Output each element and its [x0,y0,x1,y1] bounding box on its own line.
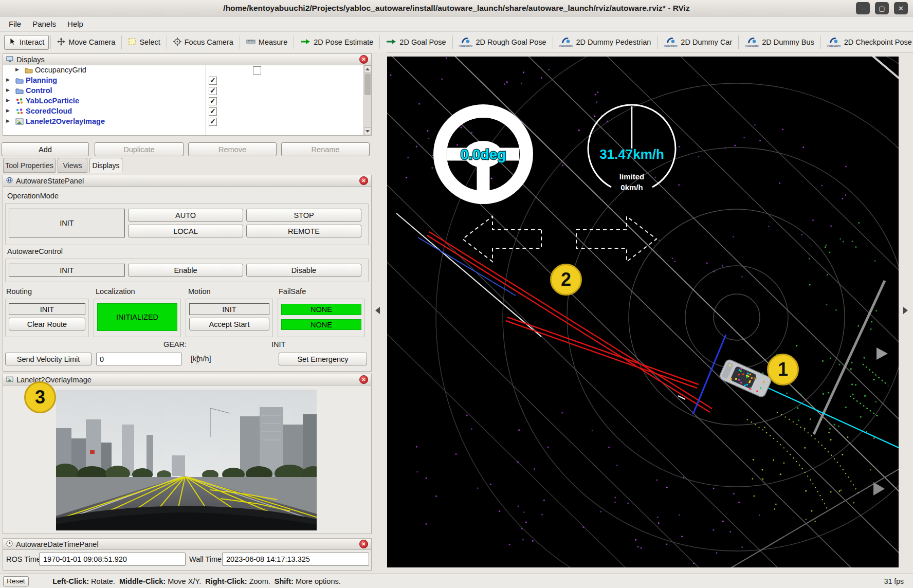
toolbar: Interact Move Camera Select Focus Camera… [0,32,913,53]
tool-2d-checkpoint-pose[interactable]: Autoware 2D Checkpoint Pose [823,34,913,50]
set-emergency-button[interactable]: Set Emergency [279,353,367,365]
ros-time-field[interactable] [39,553,186,566]
state-panel-titlebar[interactable]: AutowareStatePanel ✕ [3,175,371,187]
viewport-canvas[interactable]: 0.0deg 31.47km/h limited 0km/h [387,57,899,567]
titlebar[interactable]: /home/kentoyabuuchi2/Projects/yabloc_aut… [0,0,913,16]
display-checkbox[interactable] [209,118,217,126]
datetime-panel-titlebar[interactable]: AutowareDateTimePanel ✕ [3,539,371,550]
clear-route-button[interactable]: Clear Route [9,318,85,330]
rename-display-button[interactable]: Rename [281,142,370,156]
display-row-control[interactable]: ▶ Control [3,86,363,96]
wall-time-label: Wall Time: [189,555,224,563]
menu-file[interactable]: File [3,17,27,30]
speed-limit-value: 0km/h [620,183,643,192]
expand-arrow-icon[interactable]: ▶ [6,108,10,113]
menubar: File Panels Help [0,16,913,32]
minimize-button[interactable]: – [856,2,870,14]
tool-focus-camera[interactable]: Focus Camera [169,35,238,50]
displays-scrollbar[interactable] [363,65,371,135]
tool-select[interactable]: Select [123,35,165,50]
stop-button[interactable]: STOP [246,209,361,222]
speed-gauge: 31.47km/h limited 0km/h [588,105,675,192]
velocity-limit-spinner[interactable] [96,353,182,365]
splitter-collapse-right-icon[interactable] [903,307,908,314]
mouse-hint-text: Left-Click: Rotate. Middle-Click: Move X… [40,569,341,588]
duplicate-display-button[interactable]: Duplicate [95,142,184,156]
menu-panels[interactable]: Panels [27,17,62,30]
tool-2d-dummy-bus[interactable]: Autoware 2D Dummy Bus [740,34,818,50]
folder-icon [25,67,33,74]
displays-close-icon[interactable]: ✕ [359,55,368,64]
auto-button[interactable]: AUTO [128,209,243,222]
scroll-up-icon[interactable] [364,65,371,73]
tool-2d-rough-goal-pose[interactable]: Autoware 2D Rough Goal Pose [454,34,551,50]
remote-button[interactable]: REMOTE [246,225,361,237]
display-checkbox[interactable] [209,97,217,105]
tab-displays[interactable]: Displays [89,158,122,173]
datetime-panel-close-icon[interactable]: ✕ [359,540,368,548]
scroll-down-icon[interactable] [364,127,371,135]
expand-arrow-icon[interactable]: ▶ [6,77,10,82]
statusbar: Reset Left-Click: Rotate. Middle-Click: … [0,574,913,588]
displays-panel-icon [6,56,13,64]
expand-arrow-icon[interactable]: ▶ [6,98,10,103]
image-panel-icon [6,376,13,384]
tool-2d-goal-pose[interactable]: 2D Goal Pose [381,35,450,49]
window-controls: – ▢ ✕ [856,2,908,14]
expand-arrow-icon[interactable]: ▶ [6,87,10,93]
wall-time-field[interactable] [222,553,369,566]
tool-2d-pose-estimate[interactable]: 2D Pose Estimate [296,35,378,49]
toolbar-separator [240,35,240,49]
add-display-button[interactable]: Add [2,142,89,156]
autoware-icon: Autoware [664,37,678,47]
expand-arrow-icon[interactable]: ▶ [15,67,19,72]
pose-estimate-arrow-icon [300,38,311,46]
tab-tool-properties[interactable]: Tool Properties [3,158,56,173]
reset-button[interactable]: Reset [3,576,29,586]
failsafe-state-2: NONE [281,319,361,330]
display-checkbox[interactable] [209,107,217,116]
tool-move-camera[interactable]: Move Camera [52,35,120,50]
camera-image [56,390,317,530]
tool-interact[interactable]: Interact [4,35,49,50]
tool-2d-dummy-pedestrian[interactable]: Autoware 2D Dummy Pedestrian [555,34,656,50]
overlay-panel-close-icon[interactable]: ✕ [359,375,368,384]
close-button[interactable]: ✕ [894,2,908,14]
display-row-occupancygrid[interactable]: ▶ OccupancyGrid [3,65,363,76]
accept-start-button[interactable]: Accept Start [189,318,269,330]
local-button[interactable]: LOCAL [128,225,243,237]
scrollbar-thumb[interactable] [364,74,371,95]
tab-views[interactable]: Views [58,158,87,173]
enable-button[interactable]: Enable [128,264,243,277]
display-checkbox[interactable] [209,77,217,85]
menu-help[interactable]: Help [62,17,89,30]
display-checkbox[interactable] [253,66,261,75]
expand-arrow-icon[interactable]: ▶ [6,118,10,123]
displays-panel-titlebar[interactable]: Displays ✕ [3,54,371,65]
maximize-button[interactable]: ▢ [875,2,889,14]
send-velocity-limit-button[interactable]: Send Velocity Limit [5,353,92,365]
splitter-collapse-left-icon[interactable] [375,307,380,314]
state-panel-close-icon[interactable]: ✕ [359,176,368,185]
overlay-panel-titlebar[interactable]: Lanelet2OverlayImage ✕ [3,374,371,385]
failsafe-label: FailSafe [279,287,306,296]
gear-value: INIT [271,340,285,348]
disable-button[interactable]: Disable [246,264,361,277]
annotation-marker-3: 3 [24,381,56,413]
velocity-limit-input[interactable] [97,353,196,365]
toolbar-separator [820,35,821,49]
state-panel-icon [6,177,13,185]
display-checkbox[interactable] [209,87,217,95]
display-row-yablocparticle[interactable]: ▶ YabLocParticle [3,96,363,106]
remove-display-button[interactable]: Remove [188,142,277,156]
render-viewport[interactable]: 0.0deg 31.47km/h limited 0km/h [387,57,899,567]
state-panel-title: AutowareStatePanel [16,177,84,185]
display-row-planning[interactable]: ▶ Planning [3,76,363,86]
display-row-lanelet2overlayimage[interactable]: ▶ Lanelet2OverlayImage [3,117,363,127]
tool-2d-dummy-car[interactable]: Autoware 2D Dummy Car [659,34,737,50]
overlay-panel-body [3,385,371,534]
tool-measure[interactable]: Measure [242,35,292,49]
control-state: INIT [9,264,125,277]
display-row-scoredcloud[interactable]: ▶ ScoredCloud [3,106,363,117]
left-dock-area: Displays ✕ ▶ OccupancyGrid ▶ Planning [0,52,387,574]
